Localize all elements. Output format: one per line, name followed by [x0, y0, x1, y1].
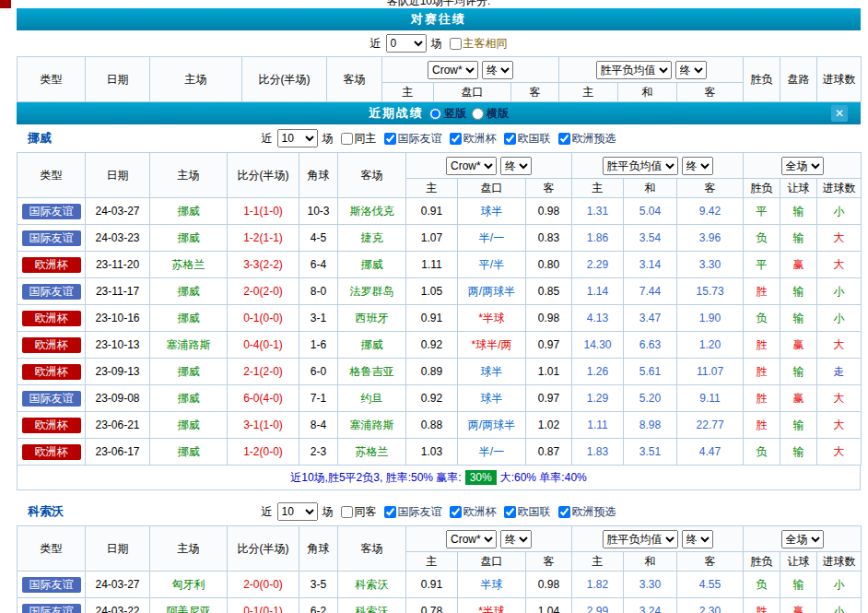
header-goals: 进球数 [817, 552, 862, 572]
away-team: 挪威 [338, 332, 406, 359]
sec1-final-select[interactable]: 终 [500, 530, 532, 548]
handicap-away-odds: 0.98 [526, 305, 572, 332]
handicap-away-odds: 0.98 [526, 572, 572, 598]
same-venue-checkbox[interactable] [341, 506, 353, 518]
league-checkbox[interactable] [558, 506, 570, 518]
result-handicap: 输 [780, 305, 817, 332]
league-filter-option[interactable]: 欧洲预选 [554, 504, 616, 520]
sec0-company-select[interactable]: Crow* [446, 157, 497, 175]
home-team: 匈牙利 [150, 572, 228, 598]
league-checkbox[interactable] [504, 506, 516, 518]
league-label: 欧国联 [518, 131, 551, 147]
avg-away-odds: 3.96 [677, 225, 744, 252]
league-checkbox[interactable] [504, 133, 516, 145]
league-filter-option[interactable]: 欧洲预选 [554, 131, 616, 147]
same-home-away-option[interactable]: 主客相同 [445, 36, 508, 52]
result-handicap: 输 [780, 572, 817, 598]
league-checkbox[interactable] [384, 506, 396, 518]
header-home: 主场 [150, 57, 242, 102]
match-type-badge: 欧洲杯 [22, 337, 81, 353]
match-score: 0-1(0-1) [228, 598, 299, 613]
header-score: 比分(半场) [228, 526, 299, 572]
recent-matches-table: 类型日期主场比分(半场)角球客场Crow*终胜平负均值终全场主盘口客主和客胜负让… [17, 525, 862, 613]
match-score: 2-1(2-0) [228, 359, 299, 385]
sec0-games-select[interactable]: 10 [277, 129, 318, 147]
league-filter-option[interactable]: 欧洲杯 [445, 504, 497, 520]
horizontal-radio[interactable] [472, 108, 484, 120]
away-team: 挪威 [338, 252, 406, 278]
match-type-cell: 欧洲杯 [18, 252, 86, 278]
top-partial-text: 客队近10场平均评分: [17, 0, 861, 8]
avg-home-odds: 1.11 [572, 412, 624, 439]
avg-away-odds: 22.77 [677, 412, 744, 439]
header-pankou: 盘口 [458, 179, 526, 198]
h2h-games-select[interactable]: 0 [386, 34, 427, 53]
header-away-odds: 客 [511, 83, 559, 102]
league-checkbox[interactable] [558, 133, 570, 145]
same-venue-option[interactable]: 同主 [336, 131, 377, 147]
league-filter-option[interactable]: 国际友谊 [380, 131, 442, 147]
sec1-scope-select[interactable]: 全场 [781, 530, 824, 548]
sec1-company-select[interactable]: Crow* [446, 530, 497, 548]
filter-recent-label: 近 [370, 36, 381, 52]
sec1-avg-final-select[interactable]: 终 [682, 530, 713, 548]
league-filter-option[interactable]: 国际友谊 [380, 504, 442, 520]
h2h-avg-final-select[interactable]: 终 [675, 61, 707, 79]
result-winloss: 平 [744, 252, 780, 278]
header-type: 类型 [18, 153, 86, 198]
header-scope-group: 全场 [744, 526, 862, 552]
header-type: 类型 [18, 526, 86, 572]
corner-count: 6-2 [299, 598, 338, 613]
recent-matches-table: 类型日期主场比分(半场)角球客场Crow*终胜平负均值终全场主盘口客主和客胜负让… [17, 152, 862, 466]
layout-vertical-option[interactable]: 竖版 [424, 106, 466, 122]
header-handicap-group: Crow*终 [406, 526, 572, 552]
vertical-radio[interactable] [429, 108, 441, 120]
sec0-avg-final-select[interactable]: 终 [682, 157, 713, 175]
result-winloss: 胜 [744, 278, 780, 305]
sec0-scope-select[interactable]: 全场 [781, 157, 824, 175]
match-date: 24-03-23 [86, 225, 150, 252]
league-checkbox[interactable] [450, 133, 462, 145]
same-home-away-label: 主客相同 [463, 36, 508, 52]
handicap-home-odds: 0.92 [406, 385, 458, 412]
avg-draw-odds: 3.47 [624, 305, 677, 332]
h2h-avg-select[interactable]: 胜平负均值 [596, 61, 672, 79]
layout-horizontal-option[interactable]: 横版 [466, 106, 509, 122]
avg-home-odds: 1.29 [572, 385, 624, 412]
match-row: 欧洲杯23-10-16挪威0-1(0-0)3-1西班牙0.91*半球0.984.… [18, 305, 862, 332]
league-filter-option[interactable]: 欧国联 [499, 131, 551, 147]
corner-count: 1-6 [299, 332, 338, 359]
corner-count: 2-3 [299, 439, 338, 466]
handicap-line: 平/半 [458, 252, 526, 278]
avg-draw-odds: 7.44 [624, 278, 677, 305]
close-icon[interactable]: ✕ [831, 105, 848, 122]
match-date: 24-03-22 [86, 598, 150, 613]
sec0-avg-select[interactable]: 胜平负均值 [603, 157, 678, 175]
match-type-cell: 欧洲杯 [18, 439, 86, 466]
header-avg-home: 主 [559, 83, 618, 102]
header-away: 客场 [338, 153, 406, 198]
avg-home-odds: 2.99 [572, 598, 624, 613]
same-venue-checkbox[interactable] [341, 133, 353, 145]
section-header: 科索沃近10场同客国际友谊欧洲杯欧国联欧洲预选 [17, 498, 861, 525]
avg-draw-odds: 5.04 [624, 198, 677, 225]
h2h-final-select[interactable]: 终 [482, 61, 513, 79]
corner-count: 7-1 [299, 385, 338, 412]
same-home-away-checkbox[interactable] [450, 38, 462, 50]
h2h-company-select[interactable]: Crow* [428, 61, 478, 79]
match-type-cell: 国际友谊 [18, 225, 86, 252]
sec0-final-select[interactable]: 终 [500, 157, 532, 175]
header-winloss: 胜负 [744, 552, 780, 572]
header-avg-home: 主 [572, 552, 624, 572]
header-avg-home: 主 [572, 179, 624, 198]
sec1-games-select[interactable]: 10 [277, 502, 318, 521]
league-checkbox[interactable] [450, 506, 462, 518]
same-venue-option[interactable]: 同客 [336, 504, 377, 520]
league-checkbox[interactable] [384, 133, 396, 145]
team-name: 挪威 [28, 130, 52, 147]
header-handicap-group: Crow*终 [382, 57, 559, 83]
league-filter-option[interactable]: 欧国联 [499, 504, 551, 520]
league-filter-option[interactable]: 欧洲杯 [445, 131, 497, 147]
handicap-line: 半/一 [458, 439, 526, 466]
sec1-avg-select[interactable]: 胜平负均值 [603, 530, 678, 548]
